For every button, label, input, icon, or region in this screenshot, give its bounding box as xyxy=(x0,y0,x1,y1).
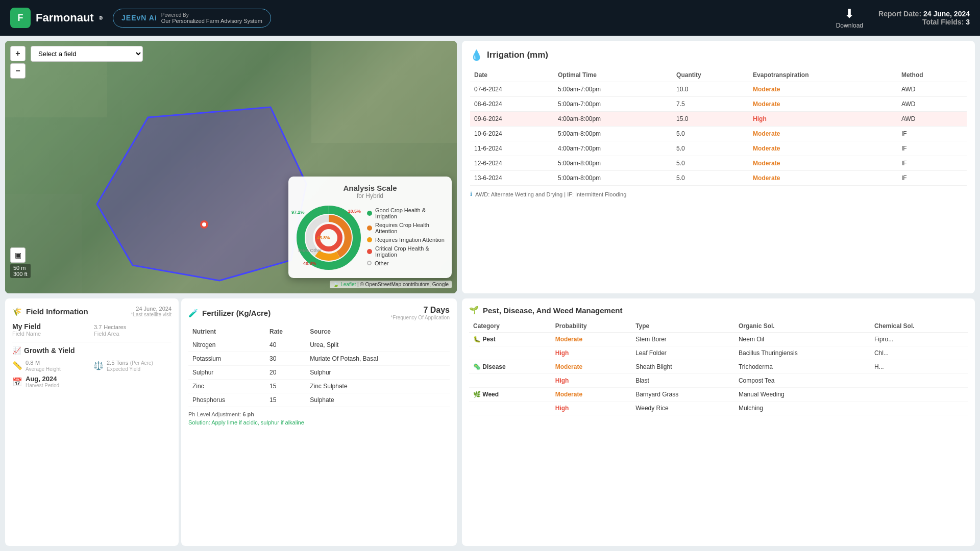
irr-time: 5:00am-7:00pm xyxy=(554,97,672,112)
svg-point-6 xyxy=(202,222,206,227)
irr-evap: Moderate xyxy=(749,156,897,171)
total-fields: Total Fields: 3 xyxy=(878,18,970,26)
height-item: 📏 0.8 M Average Height xyxy=(12,359,90,372)
irrigation-row: 09-6-2024 4:00am-8:00pm 15.0 High AWD xyxy=(470,112,967,127)
fert-source: Muriate Of Potash, Basal xyxy=(306,352,450,366)
legend-dot-3 xyxy=(367,237,372,242)
field-info-panel: 🌾 Field Information 24 June, 2024 *Last … xyxy=(5,298,179,546)
fertilizer-body: Nitrogen 40 Urea, Split Potassium 30 Mur… xyxy=(188,338,450,407)
header: F Farmonaut® JEEvN Ai Powered By Our Per… xyxy=(0,0,980,36)
pest-panel: 🌱 Pest, Disease, And Weed Management Cat… xyxy=(462,298,975,546)
field-name-item: My Field Field Name xyxy=(12,322,90,337)
yield-item: ⚖️ 2.5 Tons (Per Acre) Expected Yield xyxy=(93,359,172,372)
pest-probability: High xyxy=(551,374,631,388)
field-info-section-title: 🌾 Field Information xyxy=(12,307,88,316)
irr-evap: High xyxy=(749,112,897,127)
col-source: Source xyxy=(306,325,450,338)
donut-chart: 97.2% 10.5% 45.8% 5%% Other 40.8% xyxy=(296,205,362,271)
zoom-out-button[interactable]: − xyxy=(10,63,26,79)
pest-probability: High xyxy=(551,346,631,360)
irr-qty: 5.0 xyxy=(672,127,749,141)
fert-source: Zinc Sulphate xyxy=(306,380,450,393)
bottom-left: 🌾 Field Information 24 June, 2024 *Last … xyxy=(5,298,457,546)
download-button[interactable]: ⬇ Download xyxy=(836,7,863,29)
irr-qty: 10.0 xyxy=(672,82,749,97)
irr-method: AWD xyxy=(897,112,967,127)
fert-row: Nitrogen 40 Urea, Split xyxy=(188,338,450,352)
field-select[interactable]: Select a field xyxy=(31,46,143,62)
fertilizer-panel: 🧪 Fertilizer (Kg/Acre) 7 Days *Frequency… xyxy=(181,298,457,546)
pest-body: 🐛 Pest Moderate Stem Borer Neem Oil Fipr… xyxy=(469,333,968,415)
fert-row: Potassium 30 Muriate Of Potash, Basal xyxy=(188,352,450,366)
irr-qty: 15.0 xyxy=(672,112,749,127)
app-name: Farmonaut xyxy=(36,11,94,24)
logo-area: F Farmonaut® xyxy=(10,8,103,28)
irrigation-body: 07-6-2024 5:00am-7:00pm 10.0 Moderate AW… xyxy=(470,82,967,186)
map-attribution: 🍃 Leaflet | © OpenStreetMap contributors… xyxy=(330,281,452,288)
irr-date: 12-6-2024 xyxy=(470,156,554,171)
irr-qty: 5.0 xyxy=(672,171,749,186)
irr-evap: Moderate xyxy=(749,97,897,112)
fert-rate: 40 xyxy=(265,338,306,352)
fert-nutrient: Nitrogen xyxy=(188,338,265,352)
fert-nutrient: Potassium xyxy=(188,352,265,366)
analysis-subtitle: for Hybrid xyxy=(296,192,445,199)
pest-category: 🌿 Weed xyxy=(469,388,551,402)
pest-row: 🐛 Pest Moderate Stem Borer Neem Oil Fipr… xyxy=(469,333,968,346)
irrigation-header: Date Optimal Time Quantity Evapotranspir… xyxy=(470,68,967,82)
irrigation-title: 💧 Irrigation (mm) xyxy=(470,49,967,61)
pest-organic: Neem Oil xyxy=(734,333,870,346)
pest-organic: Bacillus Thuringiensis xyxy=(734,346,870,360)
legend-dot-4 xyxy=(367,249,372,254)
pest-header-row: Category Probability Type Organic Sol. C… xyxy=(469,320,968,333)
growth-section: 📈 Growth & Yield 📏 0.8 M Average Height … xyxy=(12,342,172,388)
fert-row: Phosphorus 15 Sulphate xyxy=(188,393,450,407)
analysis-title: Analysis Scale xyxy=(296,184,445,192)
label-10: 10.5% xyxy=(348,209,361,214)
irr-time: 4:00am-7:00pm xyxy=(554,141,672,156)
label-45: 45.8% xyxy=(317,235,330,240)
irr-method: IF xyxy=(897,171,967,186)
legend-item-2: Requires Crop Health Attention xyxy=(367,222,445,234)
download-label: Download xyxy=(836,22,863,29)
fert-row: Sulphur 20 Sulphur xyxy=(188,366,450,380)
svg-marker-4 xyxy=(97,107,306,281)
irr-date: 13-6-2024 xyxy=(470,171,554,186)
pest-probability: Moderate xyxy=(551,360,631,374)
pest-category xyxy=(469,346,551,360)
pest-category xyxy=(469,402,551,415)
irrigation-row: 10-6-2024 5:00am-8:00pm 5.0 Moderate IF xyxy=(470,127,967,141)
legend-dot-2 xyxy=(367,226,372,231)
pest-row: 🌿 Weed Moderate Barnyard Grass Manual We… xyxy=(469,388,968,402)
fertilizer-header: 🧪 Fertilizer (Kg/Acre) 7 Days *Frequency… xyxy=(188,306,450,320)
pest-probability: High xyxy=(551,402,631,415)
analysis-legend: Good Crop Health & Irrigation Requires C… xyxy=(367,207,445,269)
legend-item-5: Other xyxy=(367,260,445,266)
pest-row: High Weedy Rice Mulching xyxy=(469,402,968,415)
irrigation-row: 07-6-2024 5:00am-7:00pm 10.0 Moderate AW… xyxy=(470,82,967,97)
pest-organic: Mulching xyxy=(734,402,870,415)
fertilizer-ph-note: Ph Level Adjustment: 6 ph xyxy=(188,411,450,417)
irrigation-table: Date Optimal Time Quantity Evapotranspir… xyxy=(470,68,967,186)
irr-time: 5:00am-8:00pm xyxy=(554,156,672,171)
pest-organic: Compost Tea xyxy=(734,374,870,388)
col-nutrient: Nutrient xyxy=(188,325,265,338)
map-background: + − Select a field ⛶ ▣ 50 m 300 ft 🍃 Lea… xyxy=(5,41,457,293)
layer-button[interactable]: ▣ xyxy=(10,247,26,263)
irrigation-row: 12-6-2024 5:00am-8:00pm 5.0 Moderate IF xyxy=(470,156,967,171)
pest-chemical: Chl... xyxy=(870,346,968,360)
fertilizer-table: Nutrient Rate Source Nitrogen 40 Urea, S… xyxy=(188,325,450,407)
report-info: Report Date: 24 June, 2024 Total Fields:… xyxy=(878,10,970,26)
irr-date: 10-6-2024 xyxy=(470,127,554,141)
zoom-in-button[interactable]: + xyxy=(10,46,26,61)
irr-time: 5:00am-7:00pm xyxy=(554,82,672,97)
irr-time: 4:00am-8:00pm xyxy=(554,112,672,127)
irrigation-note: ℹ AWD: Alternate Wetting and Drying | IF… xyxy=(470,191,967,197)
irr-time: 5:00am-8:00pm xyxy=(554,171,672,186)
fert-source: Sulphur xyxy=(306,366,450,380)
fert-nutrient: Sulphur xyxy=(188,366,265,380)
irr-method: IF xyxy=(897,156,967,171)
pest-type: Leaf Folder xyxy=(631,346,734,360)
irr-evap: Moderate xyxy=(749,82,897,97)
jeevn-logo: JEEvN Ai xyxy=(121,14,157,22)
